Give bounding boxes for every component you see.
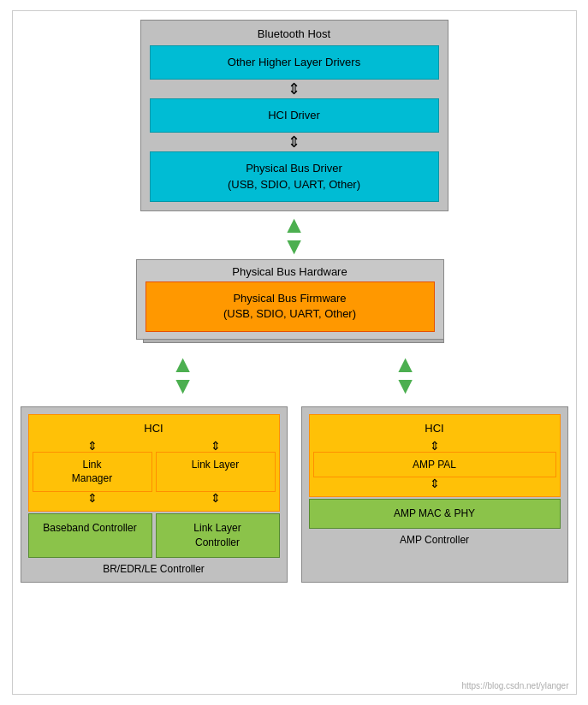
amp-mac-phy-block: AMP MAC & PHY — [309, 499, 561, 529]
green-arrow-left: ▲ ▼ — [171, 353, 195, 396]
link-layer-col: ⇕ Link Layer ⇕ — [156, 440, 276, 505]
arrow-amp-pal-top: ⇕ — [430, 440, 440, 452]
br-controller-title: BR/EDR/LE Controller — [103, 563, 205, 575]
baseband-controller-block: Baseband Controller — [28, 513, 152, 558]
arrow-amp-pal-bottom: ⇕ — [430, 477, 440, 489]
bluetooth-host-box: Bluetooth Host Other Higher Layer Driver… — [140, 20, 448, 211]
link-layer-block: Link Layer — [156, 452, 276, 493]
controllers-row: HCI ⇕ LinkManager ⇕ ⇕ Link Layer ⇕ — [21, 406, 568, 583]
br-inner-row: ⇕ LinkManager ⇕ ⇕ Link Layer ⇕ — [33, 440, 276, 505]
arrow-phys: ⇕ — [288, 134, 300, 150]
amp-hci-block: HCI ⇕ AMP PAL ⇕ — [309, 414, 561, 498]
diagram-wrapper: Bluetooth Host Other Higher Layer Driver… — [12, 10, 577, 695]
arrow-lm-bottom: ⇕ — [87, 492, 98, 504]
br-hci-block: HCI ⇕ LinkManager ⇕ ⇕ Link Layer ⇕ — [28, 414, 280, 512]
amp-controller-title: AMP Controller — [400, 534, 469, 546]
br-bottom-green-row: Baseband Controller Link LayerController — [28, 513, 280, 558]
physical-bus-hardware-title: Physical Bus Hardware — [232, 265, 347, 278]
amp-controller-box: HCI ⇕ AMP PAL ⇕ AMP MAC & PHY AMP Contro… — [301, 406, 568, 583]
amp-pal-block: AMP PAL — [313, 452, 556, 478]
arrow-hci: ⇕ — [288, 81, 300, 97]
br-hci-label: HCI — [33, 418, 276, 438]
green-arrow-right: ▲ ▼ — [394, 353, 418, 396]
amp-pal-col: ⇕ AMP PAL ⇕ — [313, 440, 556, 490]
arrow-ll-bottom: ⇕ — [211, 492, 221, 504]
amp-hci-label: HCI — [313, 418, 556, 438]
bluetooth-host-title: Bluetooth Host — [258, 27, 330, 40]
bottom-green-arrows-row: ▲ ▼ ▲ ▼ — [21, 351, 568, 399]
watermark: https://blog.csdn.net/ylanger — [461, 681, 568, 690]
br-edr-le-controller-box: HCI ⇕ LinkManager ⇕ ⇕ Link Layer ⇕ — [21, 406, 288, 583]
hci-driver-block: HCI Driver — [150, 98, 439, 133]
physical-bus-hardware-container: Physical Bus Hardware Physical Bus Firmw… — [136, 259, 453, 349]
top-section: Bluetooth Host Other Higher Layer Driver… — [21, 20, 567, 211]
other-higher-layer-block: Other Higher Layer Drivers — [150, 45, 439, 80]
physical-bus-hardware-box: Physical Bus Hardware Physical Bus Firmw… — [136, 259, 444, 339]
link-manager-col: ⇕ LinkManager ⇕ — [33, 440, 152, 505]
link-layer-controller-block: Link LayerController — [156, 513, 280, 558]
physical-bus-driver-block: Physical Bus Driver(USB, SDIO, UART, Oth… — [150, 151, 439, 201]
physical-bus-firmware-block: Physical Bus Firmware(USB, SDIO, UART, O… — [146, 281, 435, 331]
arrow-lm-top: ⇕ — [87, 440, 98, 452]
green-arrow-host-to-hw: ▲ ▼ — [282, 214, 306, 257]
link-manager-block: LinkManager — [33, 452, 152, 493]
arrow-ll-top: ⇕ — [211, 440, 221, 452]
